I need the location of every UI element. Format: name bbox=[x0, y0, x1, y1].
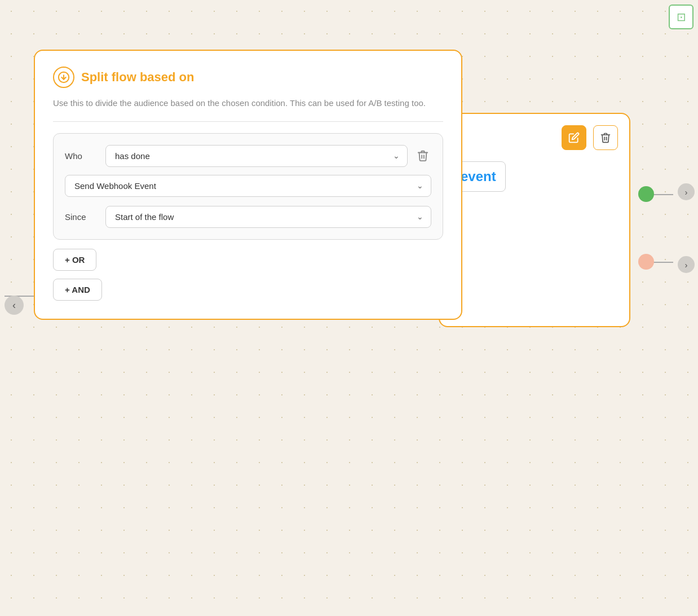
who-select-wrapper: has done has not done ⌄ bbox=[105, 145, 408, 167]
left-chevron-icon: ‹ bbox=[12, 300, 16, 311]
peach-connector-line bbox=[653, 262, 673, 263]
panel-title: Split flow based on bbox=[81, 70, 194, 85]
since-select[interactable]: Start of the flow Last 7 days Last 30 da… bbox=[105, 206, 431, 228]
green-connector-line bbox=[653, 194, 673, 195]
event-select-wrapper: Send Webhook Event Email Opened Page Vis… bbox=[65, 175, 431, 197]
and-button[interactable]: + AND bbox=[53, 279, 102, 301]
edit-button[interactable] bbox=[562, 125, 586, 150]
panel-header: Split flow based on bbox=[53, 67, 443, 88]
delete-condition-button[interactable] bbox=[414, 147, 431, 164]
who-label: Who bbox=[65, 151, 99, 161]
right-chevron-green-icon: › bbox=[685, 187, 688, 197]
right-nav-arrow-green[interactable]: › bbox=[678, 183, 695, 200]
grid-icon: ⊡ bbox=[677, 10, 686, 24]
panel-divider bbox=[53, 121, 443, 122]
event-label: event bbox=[451, 161, 618, 192]
peach-connector-node bbox=[638, 254, 654, 270]
since-label: Since bbox=[65, 212, 99, 222]
panel-description: Use this to divide the audience based on… bbox=[53, 97, 443, 110]
since-select-wrapper: Start of the flow Last 7 days Last 30 da… bbox=[105, 206, 431, 228]
condition-block: Who has done has not done ⌄ bbox=[53, 133, 443, 240]
split-flow-panel: Split flow based on Use this to divide t… bbox=[34, 50, 462, 320]
event-row: Send Webhook Event Email Opened Page Vis… bbox=[65, 175, 431, 197]
right-chevron-peach-icon: › bbox=[685, 260, 688, 270]
top-right-icon: ⊡ bbox=[669, 5, 693, 29]
right-card: event bbox=[439, 113, 630, 327]
who-select[interactable]: has done has not done bbox=[105, 145, 408, 167]
or-button[interactable]: + OR bbox=[53, 249, 96, 271]
left-nav-arrow[interactable]: ‹ bbox=[5, 296, 24, 315]
who-row: Who has done has not done ⌄ bbox=[65, 145, 431, 167]
green-connector-node bbox=[638, 186, 654, 202]
since-row: Since Start of the flow Last 7 days Last… bbox=[65, 206, 431, 228]
delete-button[interactable] bbox=[593, 125, 618, 150]
split-flow-icon bbox=[53, 67, 74, 88]
right-card-toolbar bbox=[451, 125, 618, 150]
event-select[interactable]: Send Webhook Event Email Opened Page Vis… bbox=[65, 175, 431, 197]
right-nav-arrow-peach[interactable]: › bbox=[678, 256, 695, 273]
